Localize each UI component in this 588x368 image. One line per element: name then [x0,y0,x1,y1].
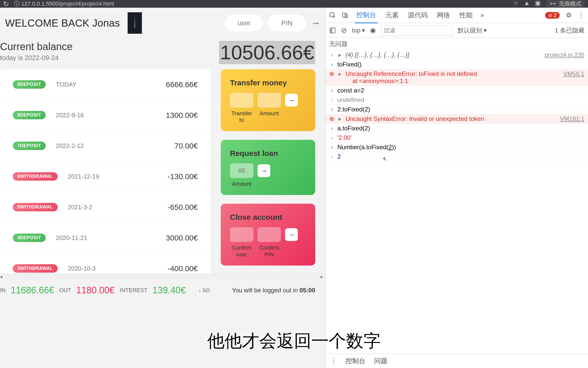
svg-rect-2 [342,13,346,17]
transfer-submit-button[interactable]: → [285,94,298,107]
tab-performance[interactable]: 性能 [458,8,474,23]
issues-row[interactable]: 无问题 [326,38,588,50]
incognito-icon: 👓 [549,1,556,7]
console-line[interactable]: ›toFixed() [326,60,588,69]
movement-date: 2020-11-21 [56,234,87,241]
drawer-tab-console[interactable]: 控制台 [346,356,365,365]
console-line[interactable]: ›2.toFixed(2) [326,105,588,114]
profile-icon[interactable]: ▲ [524,0,530,8]
movement-row: 4DEPOSIT2020-11-213000.00€ [0,223,211,253]
console-source-link[interactable]: VM56:1 [563,70,584,77]
console-marker-icon: ‹ [329,96,334,103]
level-dropdown[interactable]: 默认级别 ▾ [458,26,487,34]
console-line[interactable]: ›a.toFixed(2) [326,124,588,133]
console-marker-icon: › [329,87,334,94]
console-line[interactable]: ›const a=2 [326,86,588,95]
close-user-label: Confirm user [230,245,253,258]
movement-amount: 1300.00€ [166,111,198,120]
tab-elements[interactable]: 元素 [384,8,400,23]
tab-sources[interactable]: 源代码 [406,8,429,23]
movement-tag: 5WITHDRAWAL [13,203,58,211]
url-path[interactable]: :5500/project4/project4.html [45,1,114,7]
device-toolbar-icon[interactable] [342,12,349,19]
transfer-card: Transfer money → Transfer to Amount [221,69,315,131]
movement-date: 2021-3-2 [68,204,92,211]
drawer-tab-issues[interactable]: 问题 [374,356,387,365]
movement-date: 2022-9-16 [56,112,84,119]
console-line[interactable]: ⊗▸Uncaught ReferenceError: toFixed is no… [326,69,588,86]
movement-tag: 9DEPOSIT [13,80,46,89]
error-count-badge[interactable]: 2 [545,12,560,19]
live-expression-icon[interactable]: ◉ [370,26,376,34]
console-marker-icon: › [329,51,334,59]
console-text: const a=2 [337,87,584,94]
movement-tag: 8DEPOSIT [13,111,46,119]
close-user-input[interactable] [230,227,253,242]
settings-icon[interactable]: ⚙ [566,11,572,19]
login-user-input[interactable] [225,15,263,31]
context-dropdown[interactable]: top ▾ [352,27,365,34]
console-line[interactable]: ⊗▸Uncaught SyntaxError: Invalid or unexp… [326,114,588,124]
extensions-icon[interactable]: ▣ [535,0,541,8]
close-title: Close account [230,213,306,222]
operations-column: Transfer money → Transfer to Amount Requ… [221,69,315,274]
close-submit-button[interactable]: → [285,228,298,241]
transfer-to-input[interactable] [230,93,253,108]
insecure-icon[interactable]: ⓘ [14,1,21,7]
console-line[interactable]: ‹undefined [326,95,588,105]
movement-date: 2020-10-3 [68,265,96,272]
expand-icon[interactable]: ▸ [337,51,342,59]
console-marker-icon: › [329,144,334,151]
logout-timer: You will be logged out in 05:00 [232,287,315,294]
more-tabs-icon[interactable]: » [480,11,484,19]
loan-submit-button[interactable]: → [258,164,270,177]
console-sidebar-icon[interactable] [329,27,336,34]
transfer-amount-input[interactable] [258,93,281,108]
horizontal-scrollbar[interactable]: ◂▸ [0,274,325,280]
console-line[interactable]: ›▸(4) [{…}, {…}, {…}, {…}]project4.js:23… [326,50,588,60]
sort-hint[interactable]: ↓ SO [199,288,210,293]
console-body[interactable]: ›▸(4) [{…}, {…}, {…}, {…}]project4.js:23… [326,50,588,354]
login-submit-icon[interactable]: → [311,18,320,29]
star-icon[interactable]: ☆ [513,0,519,8]
kebab-icon[interactable]: ⋮ [578,11,584,19]
movements-list[interactable]: 9DEPOSITTODAY6666.66€8DEPOSIT2022-9-1613… [0,69,211,274]
movement-date: 2022-2-12 [56,142,84,150]
tab-network[interactable]: 网络 [435,8,452,23]
reload-icon[interactable]: ↻ [3,0,9,8]
filter-input[interactable] [381,25,452,36]
drawer-kebab-icon[interactable]: ⋮ [330,357,337,365]
transfer-amount-label: Amount [258,110,281,123]
interest-label: INTEREST [120,287,148,294]
close-pin-input[interactable] [258,227,281,242]
devtools-tabbar: 控制台 元素 源代码 网络 性能 » 2 ⚙ ⋮ [326,8,588,23]
console-line[interactable]: ‹'2.00' [326,133,588,143]
console-line[interactable]: ‹2 [326,152,588,162]
avatar [128,12,142,34]
movement-tag: 3WITHDRAWAL [13,264,58,273]
login-pin-input[interactable] [268,15,306,31]
movement-date: 2021-12-19 [68,173,99,180]
clear-console-icon[interactable]: ⊘ [341,26,347,34]
expand-icon[interactable]: ▸ [337,70,342,77]
console-line[interactable]: ›Number(a.toFixed(2)) [326,143,588,152]
inspect-icon[interactable] [329,12,336,19]
console-text: Number(a.toFixed(2)) [337,144,584,151]
welcome-text: WELCOME BACK Jonas [5,17,120,29]
url-host[interactable]: 127.0.0.1 [21,1,45,7]
console-source-link[interactable]: VM181:1 [560,115,584,122]
tab-console[interactable]: 控制台 [355,7,378,23]
console-marker-icon: › [329,61,334,68]
loan-card: Request loan → Amount [221,140,315,195]
movement-tag: 6WITHDRAWAL [13,172,58,181]
loan-amount-input[interactable] [230,163,253,178]
hidden-count[interactable]: 1 条已隐藏 [555,26,584,34]
loan-title: Request loan [230,149,306,158]
movement-amount: 70.00€ [174,142,198,150]
expand-icon[interactable]: ▸ [337,115,342,122]
in-value: 11686.66€ [11,285,54,296]
console-source-link[interactable]: project4.js:235 [545,51,584,59]
movement-row: 6WITHDRAWAL2021-12-19-130.00€ [0,161,211,192]
movement-amount: -400.00€ [168,264,198,273]
movement-amount: -130.00€ [168,172,198,181]
